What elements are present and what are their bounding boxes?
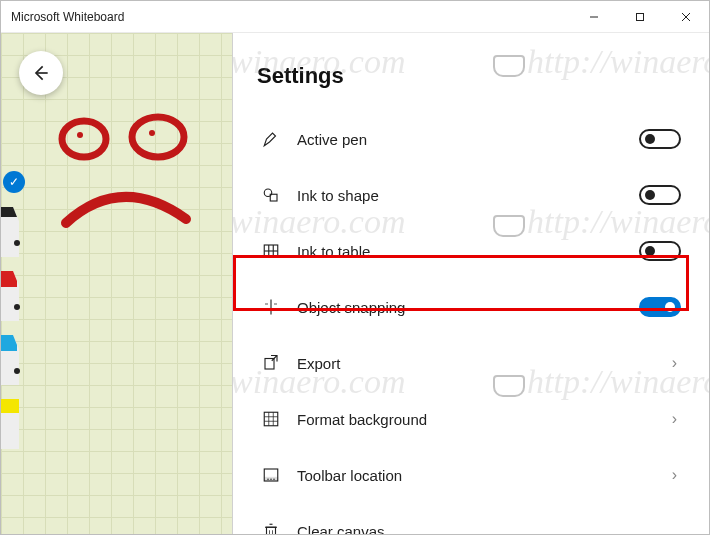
- setting-label: Format background: [297, 411, 672, 428]
- shapes-icon: [257, 186, 285, 204]
- setting-format-background[interactable]: Format background ›: [249, 391, 689, 447]
- svg-point-8: [149, 130, 155, 136]
- setting-label: Ink to shape: [297, 187, 639, 204]
- svg-rect-1: [637, 13, 644, 20]
- tool-selection[interactable]: ✓: [3, 171, 25, 193]
- window-title: Microsoft Whiteboard: [1, 10, 124, 24]
- app-window: Microsoft Whiteboard: [0, 0, 710, 535]
- setting-clear-canvas[interactable]: Clear canvas: [249, 503, 689, 534]
- svg-rect-20: [1, 399, 19, 413]
- close-button[interactable]: [663, 1, 709, 32]
- setting-export[interactable]: Export ›: [249, 335, 689, 391]
- export-icon: [257, 354, 285, 372]
- window-controls: [571, 1, 709, 32]
- setting-active-pen[interactable]: Active pen: [249, 111, 689, 167]
- setting-ink-to-table[interactable]: Ink to table: [249, 223, 689, 279]
- toolbar-icon: [257, 466, 285, 484]
- svg-point-11: [14, 240, 20, 246]
- svg-rect-34: [264, 412, 278, 426]
- whiteboard-canvas[interactable]: ✓: [1, 33, 233, 534]
- svg-rect-18: [1, 345, 17, 351]
- chevron-right-icon: ›: [672, 410, 681, 428]
- svg-point-43: [273, 478, 275, 480]
- pen-icon: [257, 130, 285, 148]
- drawing-sad-face: [56, 113, 216, 263]
- maximize-button[interactable]: [617, 1, 663, 32]
- pen-tool-black[interactable]: [1, 207, 25, 257]
- check-icon: ✓: [3, 171, 25, 193]
- setting-label: Ink to table: [297, 243, 639, 260]
- svg-marker-13: [1, 271, 17, 281]
- svg-point-6: [77, 132, 83, 138]
- svg-point-5: [62, 121, 106, 157]
- chevron-right-icon: ›: [672, 354, 681, 372]
- chevron-right-icon: ›: [672, 466, 681, 484]
- svg-rect-14: [1, 281, 17, 287]
- content-area: ✓ http://winaero.com http://wina: [1, 33, 709, 534]
- pen-tool-red[interactable]: [1, 271, 25, 321]
- titlebar: Microsoft Whiteboard: [1, 1, 709, 33]
- svg-point-7: [132, 117, 184, 157]
- svg-marker-10: [1, 207, 17, 217]
- svg-point-15: [14, 304, 20, 310]
- pen-toolbar: ✓: [1, 171, 25, 449]
- toggle-object-snapping[interactable]: [639, 297, 681, 317]
- highlighter-tool-yellow[interactable]: [1, 399, 25, 449]
- setting-label: Toolbar location: [297, 467, 672, 484]
- setting-object-snapping[interactable]: Object snapping: [249, 279, 689, 335]
- pen-tool-blue[interactable]: [1, 335, 25, 385]
- settings-panel: http://winaero.com http://winaero.com ht…: [233, 33, 709, 534]
- svg-rect-21: [1, 413, 19, 449]
- snapping-icon: [257, 298, 285, 316]
- grid-icon: [257, 410, 285, 428]
- setting-label: Clear canvas: [297, 523, 681, 535]
- setting-toolbar-location[interactable]: Toolbar location ›: [249, 447, 689, 503]
- toggle-ink-to-table[interactable]: [639, 241, 681, 261]
- settings-heading: Settings: [249, 63, 689, 89]
- setting-label: Export: [297, 355, 672, 372]
- back-button[interactable]: [19, 51, 63, 95]
- svg-point-19: [14, 368, 20, 374]
- svg-rect-44: [267, 527, 276, 534]
- toggle-active-pen[interactable]: [639, 129, 681, 149]
- svg-point-41: [267, 478, 269, 480]
- trash-icon: [257, 522, 285, 534]
- setting-label: Active pen: [297, 131, 639, 148]
- table-icon: [257, 242, 285, 260]
- svg-marker-17: [1, 335, 17, 345]
- setting-ink-to-shape[interactable]: Ink to shape: [249, 167, 689, 223]
- setting-label: Object snapping: [297, 299, 639, 316]
- svg-point-42: [270, 478, 272, 480]
- toggle-ink-to-shape[interactable]: [639, 185, 681, 205]
- minimize-button[interactable]: [571, 1, 617, 32]
